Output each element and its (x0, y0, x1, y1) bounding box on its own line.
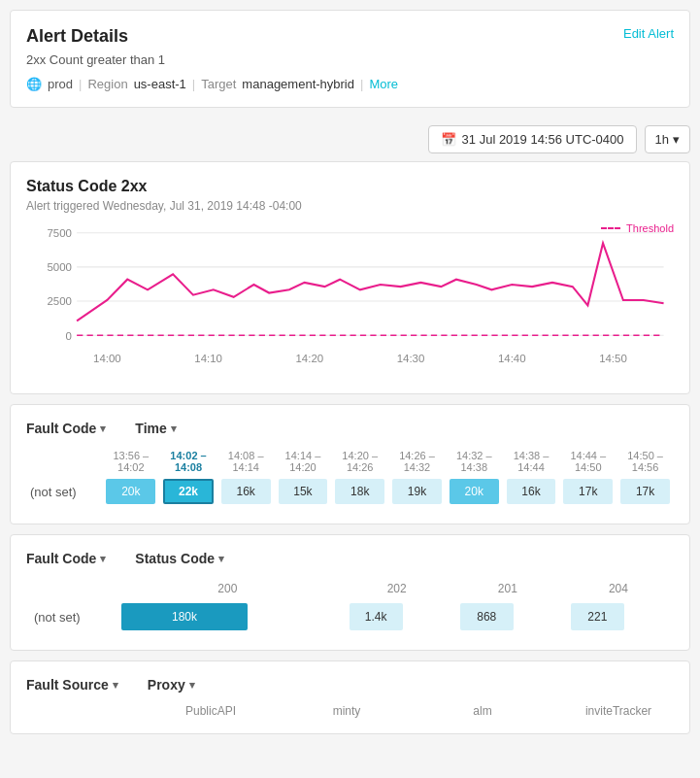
fault-code-time-headers: Fault Code ▾ Time ▾ (26, 421, 674, 436)
bar-180k: 180k (121, 603, 248, 630)
alert-details-card: Alert Details Edit Alert 2xx Count great… (10, 10, 690, 108)
duration-value: 1h (655, 132, 669, 147)
time-col-9: 14:44 –14:50 (559, 448, 617, 475)
cell-17k-1: 17k (563, 479, 613, 504)
time-arrow: ▾ (171, 423, 177, 435)
fault-code-arrow-2: ▾ (100, 553, 106, 565)
svg-text:14:20: 14:20 (295, 353, 323, 364)
alert-meta: 🌐 prod | Region us-east-1 | Target manag… (26, 77, 674, 91)
table-row: (not set) 20k 22k 16k 15k 18k 19k 20k 16… (26, 475, 674, 508)
cell-15k: 15k (279, 479, 328, 504)
target-value: management-hybrid (242, 77, 354, 91)
calendar-icon: 📅 (441, 132, 456, 147)
alert-subtitle: 2xx Count greater than 1 (26, 52, 674, 67)
duration-dropdown-arrow: ▾ (673, 132, 680, 147)
time-col-7: 14:32 –14:38 (446, 448, 503, 475)
svg-text:14:00: 14:00 (93, 353, 121, 364)
threshold-dash-icon (601, 227, 620, 229)
edit-alert-link[interactable]: Edit Alert (623, 26, 674, 41)
fault-code-header-2[interactable]: Fault Code ▾ (26, 551, 106, 566)
chart-card: Status Code 2xx Alert triggered Wednesda… (10, 161, 690, 394)
fault-source-arrow: ▾ (113, 679, 118, 692)
time-col-4: 14:14 –14:20 (275, 448, 332, 475)
threshold-label: Threshold (601, 222, 674, 234)
svg-text:14:50: 14:50 (599, 353, 627, 364)
more-link[interactable]: More (369, 77, 398, 91)
fault-code-status-headers: Fault Code ▾ Status Code ▾ (26, 551, 674, 566)
status-col-204: 204 (563, 578, 674, 599)
cell-20k: 20k (106, 479, 155, 504)
status-col-201: 201 (452, 578, 563, 599)
alert-title: Alert Details (26, 26, 128, 47)
cell-16k-1: 16k (221, 479, 271, 504)
svg-text:5000: 5000 (47, 261, 71, 273)
fault-source-card: Fault Source ▾ Proxy ▾ PublicAPI minty a… (10, 660, 690, 734)
fault-code-header[interactable]: Fault Code ▾ (26, 421, 106, 436)
time-header[interactable]: Time ▾ (135, 421, 176, 436)
cell-22k: 22k (163, 479, 214, 504)
region-label: Region (87, 77, 127, 91)
fault-code-status-card: Fault Code ▾ Status Code ▾ 200 202 201 2… (10, 534, 690, 651)
chart-subtitle: Alert triggered Wednesday, Jul 31, 2019 … (26, 199, 674, 213)
env-value: prod (48, 77, 73, 91)
status-code-header[interactable]: Status Code ▾ (135, 551, 224, 566)
chart-area: Threshold 7500 5000 2500 0 14:00 14:10 1… (26, 222, 674, 378)
sub-col-publicapi: PublicAPI (172, 704, 250, 718)
cell-19k: 19k (392, 479, 442, 504)
date-picker-button[interactable]: 📅 31 Jul 2019 14:56 UTC-0400 (428, 125, 637, 153)
time-col-6: 14:26 –14:32 (388, 448, 446, 475)
sub-columns: PublicAPI minty alm inviteTracker (26, 704, 674, 718)
chart-title: Status Code 2xx (26, 178, 674, 195)
fault-source-headers: Fault Source ▾ Proxy ▾ (26, 677, 674, 693)
time-table: 13:56 –14:02 14:02 –14:08 14:08 –14:14 1… (26, 448, 674, 508)
cell-16k-2: 16k (507, 479, 556, 504)
cell-18k: 18k (335, 479, 384, 504)
svg-text:0: 0 (66, 329, 72, 341)
sub-col-minty: minty (308, 704, 385, 718)
svg-text:14:40: 14:40 (498, 353, 526, 364)
bar-868: 868 (460, 603, 514, 630)
svg-text:2500: 2500 (47, 295, 71, 307)
cell-20k-2: 20k (450, 479, 499, 504)
globe-icon: 🌐 (26, 77, 42, 91)
alert-details-header: Alert Details Edit Alert (26, 26, 674, 47)
bar-1k4: 1.4k (350, 603, 403, 630)
time-col-8: 14:38 –14:44 (503, 448, 560, 475)
row-label: (not set) (26, 475, 102, 508)
status-table: 200 202 201 204 (not set) 180k 1.4k 868 … (26, 578, 674, 634)
time-col-5: 14:20 –14:26 (331, 448, 388, 475)
date-value: 31 Jul 2019 14:56 UTC-0400 (462, 132, 624, 147)
bar-221: 221 (571, 603, 624, 630)
status-code-arrow: ▾ (218, 553, 224, 565)
time-col-2: 14:02 –14:08 (159, 448, 217, 475)
svg-text:14:10: 14:10 (194, 353, 222, 364)
cell-17k-2: 17k (620, 479, 670, 504)
duration-button[interactable]: 1h ▾ (645, 125, 690, 153)
status-col-202: 202 (342, 578, 452, 599)
sub-col-invitetracker: inviteTracker (580, 704, 657, 718)
fault-source-header[interactable]: Fault Source ▾ (26, 677, 118, 693)
status-table-row: (not set) 180k 1.4k 868 221 (26, 599, 674, 634)
time-col-3: 14:08 –14:14 (217, 448, 275, 475)
target-label: Target (201, 77, 236, 91)
svg-text:14:30: 14:30 (397, 353, 425, 364)
sub-col-alm: alm (444, 704, 521, 718)
fault-code-arrow: ▾ (100, 423, 106, 435)
chart-svg: 7500 5000 2500 0 14:00 14:10 14:20 14:30… (26, 222, 674, 378)
time-col-10: 14:50 –14:56 (617, 448, 674, 475)
region-value: us-east-1 (134, 77, 186, 91)
proxy-header[interactable]: Proxy ▾ (148, 677, 195, 693)
status-row-label: (not set) (26, 599, 114, 634)
time-col-1: 13:56 –14:02 (102, 448, 159, 475)
proxy-arrow: ▾ (189, 679, 195, 692)
svg-text:7500: 7500 (47, 227, 71, 239)
status-col-200: 200 (114, 578, 342, 599)
fault-code-time-card: Fault Code ▾ Time ▾ 13:56 –14:02 14:02 –… (10, 404, 690, 524)
toolbar: 📅 31 Jul 2019 14:56 UTC-0400 1h ▾ (0, 118, 700, 161)
